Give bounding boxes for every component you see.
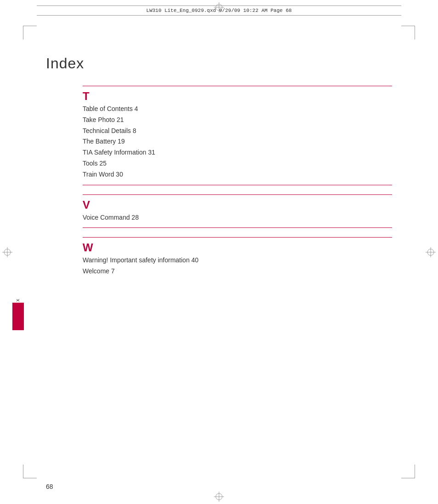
section-v-letter: V [83, 199, 392, 211]
corner-mark-bl-v [23, 465, 23, 478]
corner-mark-tr-h [401, 26, 415, 26]
corner-mark-tl-h [23, 26, 37, 26]
page-number: 68 [46, 483, 53, 490]
header-bar: LW310 Lite_Eng_0929.qxd 9/29/09 10:22 AM… [37, 6, 401, 16]
entry-welcome: Welcome 7 [83, 266, 392, 277]
section-t-divider-bottom [83, 185, 392, 185]
section-t-divider-top [83, 86, 392, 86]
page-title: Index [46, 55, 392, 72]
sidebar-tab-color [12, 303, 24, 330]
entry-table-of-contents: Table of Contents 4 [83, 104, 392, 115]
entry-tia-safety: TIA Safety Information 31 [83, 147, 392, 158]
entry-voice-command: Voice Command 28 [83, 212, 392, 223]
section-t-letter: T [83, 90, 392, 103]
header-text: LW310 Lite_Eng_0929.qxd 9/29/09 10:22 AM… [146, 8, 292, 13]
section-v: V Voice Command 28 [83, 194, 392, 228]
section-v-divider-top [83, 194, 392, 195]
reg-mark-left [2, 247, 12, 257]
entry-tools: Tools 25 [83, 158, 392, 169]
corner-mark-bl-h [23, 478, 37, 478]
section-v-divider-bottom [83, 227, 392, 228]
section-w-divider-top [83, 237, 392, 238]
reg-mark-bottom [214, 492, 224, 502]
section-w: W Warning! Important safety information … [83, 237, 392, 277]
page-content: Index T Table of Contents 4 Take Photo 2… [46, 28, 392, 476]
corner-mark-br-v [415, 465, 415, 478]
reg-mark-right [426, 247, 436, 257]
index-content: T Table of Contents 4 Take Photo 21 Tech… [83, 86, 392, 277]
section-w-letter: W [83, 241, 392, 254]
entry-take-photo: Take Photo 21 [83, 115, 392, 126]
entry-the-battery: The Battery 19 [83, 136, 392, 147]
corner-mark-tl-v [23, 26, 23, 39]
corner-mark-tr-v [415, 26, 415, 39]
corner-mark-br-h [401, 478, 415, 478]
entry-train-word: Train Word 30 [83, 169, 392, 180]
entry-warning: Warning! Important safety information 40 [83, 255, 392, 266]
section-t: T Table of Contents 4 Take Photo 21 Tech… [83, 86, 392, 185]
entry-technical-details: Technical Details 8 [83, 126, 392, 137]
